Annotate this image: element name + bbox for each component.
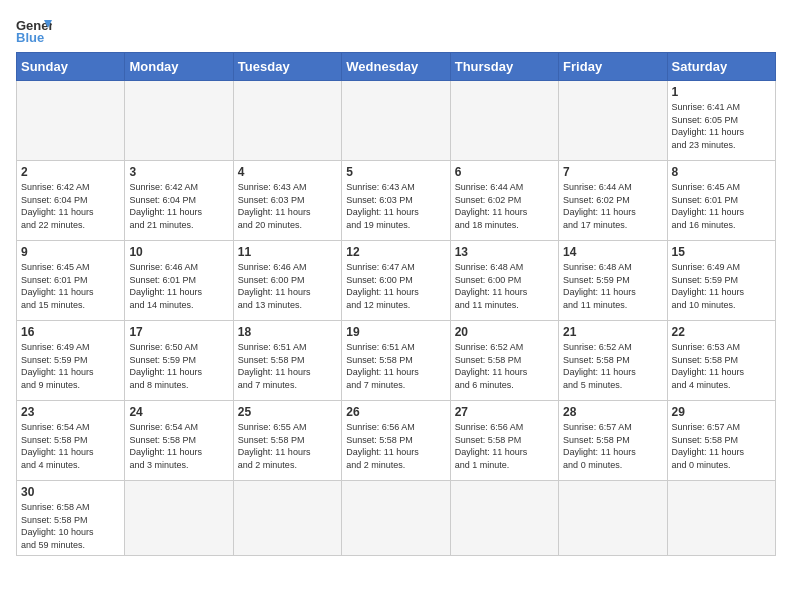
day-number: 14: [563, 245, 662, 259]
calendar-cell: [233, 481, 341, 556]
day-info: Sunrise: 6:45 AM Sunset: 6:01 PM Dayligh…: [21, 261, 120, 311]
calendar-cell: 26Sunrise: 6:56 AM Sunset: 5:58 PM Dayli…: [342, 401, 450, 481]
day-info: Sunrise: 6:43 AM Sunset: 6:03 PM Dayligh…: [346, 181, 445, 231]
calendar-cell: 24Sunrise: 6:54 AM Sunset: 5:58 PM Dayli…: [125, 401, 233, 481]
day-number: 10: [129, 245, 228, 259]
day-number: 23: [21, 405, 120, 419]
calendar-cell: 6Sunrise: 6:44 AM Sunset: 6:02 PM Daylig…: [450, 161, 558, 241]
day-number: 16: [21, 325, 120, 339]
calendar-cell: [233, 81, 341, 161]
day-info: Sunrise: 6:53 AM Sunset: 5:58 PM Dayligh…: [672, 341, 771, 391]
day-info: Sunrise: 6:43 AM Sunset: 6:03 PM Dayligh…: [238, 181, 337, 231]
calendar-cell: 11Sunrise: 6:46 AM Sunset: 6:00 PM Dayli…: [233, 241, 341, 321]
calendar-cell: [450, 481, 558, 556]
svg-text:Blue: Blue: [16, 30, 44, 44]
calendar-cell: 18Sunrise: 6:51 AM Sunset: 5:58 PM Dayli…: [233, 321, 341, 401]
col-header-saturday: Saturday: [667, 53, 775, 81]
day-info: Sunrise: 6:48 AM Sunset: 5:59 PM Dayligh…: [563, 261, 662, 311]
day-number: 13: [455, 245, 554, 259]
day-number: 1: [672, 85, 771, 99]
calendar-cell: 25Sunrise: 6:55 AM Sunset: 5:58 PM Dayli…: [233, 401, 341, 481]
calendar-cell: 4Sunrise: 6:43 AM Sunset: 6:03 PM Daylig…: [233, 161, 341, 241]
day-info: Sunrise: 6:47 AM Sunset: 6:00 PM Dayligh…: [346, 261, 445, 311]
calendar-header-row: SundayMondayTuesdayWednesdayThursdayFrid…: [17, 53, 776, 81]
day-number: 27: [455, 405, 554, 419]
calendar-cell: [17, 81, 125, 161]
calendar-cell: 21Sunrise: 6:52 AM Sunset: 5:58 PM Dayli…: [559, 321, 667, 401]
calendar-cell: [559, 481, 667, 556]
day-number: 17: [129, 325, 228, 339]
calendar-cell: [559, 81, 667, 161]
calendar-cell: 29Sunrise: 6:57 AM Sunset: 5:58 PM Dayli…: [667, 401, 775, 481]
calendar-cell: 17Sunrise: 6:50 AM Sunset: 5:59 PM Dayli…: [125, 321, 233, 401]
day-number: 6: [455, 165, 554, 179]
calendar-week-row: 16Sunrise: 6:49 AM Sunset: 5:59 PM Dayli…: [17, 321, 776, 401]
calendar-week-row: 30Sunrise: 6:58 AM Sunset: 5:58 PM Dayli…: [17, 481, 776, 556]
day-number: 25: [238, 405, 337, 419]
calendar-cell: 30Sunrise: 6:58 AM Sunset: 5:58 PM Dayli…: [17, 481, 125, 556]
day-info: Sunrise: 6:44 AM Sunset: 6:02 PM Dayligh…: [563, 181, 662, 231]
calendar-cell: 12Sunrise: 6:47 AM Sunset: 6:00 PM Dayli…: [342, 241, 450, 321]
calendar-cell: 20Sunrise: 6:52 AM Sunset: 5:58 PM Dayli…: [450, 321, 558, 401]
calendar-cell: 8Sunrise: 6:45 AM Sunset: 6:01 PM Daylig…: [667, 161, 775, 241]
day-number: 3: [129, 165, 228, 179]
page-header: General Blue: [16, 16, 776, 44]
day-number: 22: [672, 325, 771, 339]
day-info: Sunrise: 6:48 AM Sunset: 6:00 PM Dayligh…: [455, 261, 554, 311]
calendar-week-row: 2Sunrise: 6:42 AM Sunset: 6:04 PM Daylig…: [17, 161, 776, 241]
day-info: Sunrise: 6:57 AM Sunset: 5:58 PM Dayligh…: [672, 421, 771, 471]
day-number: 9: [21, 245, 120, 259]
day-number: 21: [563, 325, 662, 339]
calendar-week-row: 9Sunrise: 6:45 AM Sunset: 6:01 PM Daylig…: [17, 241, 776, 321]
day-info: Sunrise: 6:51 AM Sunset: 5:58 PM Dayligh…: [346, 341, 445, 391]
calendar-cell: 5Sunrise: 6:43 AM Sunset: 6:03 PM Daylig…: [342, 161, 450, 241]
day-info: Sunrise: 6:42 AM Sunset: 6:04 PM Dayligh…: [129, 181, 228, 231]
day-info: Sunrise: 6:54 AM Sunset: 5:58 PM Dayligh…: [129, 421, 228, 471]
day-number: 24: [129, 405, 228, 419]
calendar-cell: 10Sunrise: 6:46 AM Sunset: 6:01 PM Dayli…: [125, 241, 233, 321]
calendar-cell: 19Sunrise: 6:51 AM Sunset: 5:58 PM Dayli…: [342, 321, 450, 401]
day-info: Sunrise: 6:46 AM Sunset: 6:00 PM Dayligh…: [238, 261, 337, 311]
calendar-week-row: 1Sunrise: 6:41 AM Sunset: 6:05 PM Daylig…: [17, 81, 776, 161]
day-info: Sunrise: 6:54 AM Sunset: 5:58 PM Dayligh…: [21, 421, 120, 471]
day-info: Sunrise: 6:58 AM Sunset: 5:58 PM Dayligh…: [21, 501, 120, 551]
calendar-cell: 16Sunrise: 6:49 AM Sunset: 5:59 PM Dayli…: [17, 321, 125, 401]
calendar-cell: 27Sunrise: 6:56 AM Sunset: 5:58 PM Dayli…: [450, 401, 558, 481]
calendar-cell: [450, 81, 558, 161]
day-info: Sunrise: 6:50 AM Sunset: 5:59 PM Dayligh…: [129, 341, 228, 391]
col-header-thursday: Thursday: [450, 53, 558, 81]
calendar-cell: [342, 481, 450, 556]
day-info: Sunrise: 6:45 AM Sunset: 6:01 PM Dayligh…: [672, 181, 771, 231]
col-header-wednesday: Wednesday: [342, 53, 450, 81]
calendar-cell: [667, 481, 775, 556]
day-number: 8: [672, 165, 771, 179]
day-number: 11: [238, 245, 337, 259]
day-number: 4: [238, 165, 337, 179]
day-number: 2: [21, 165, 120, 179]
day-number: 30: [21, 485, 120, 499]
day-info: Sunrise: 6:56 AM Sunset: 5:58 PM Dayligh…: [346, 421, 445, 471]
day-number: 12: [346, 245, 445, 259]
calendar-cell: [125, 481, 233, 556]
day-number: 19: [346, 325, 445, 339]
day-info: Sunrise: 6:49 AM Sunset: 5:59 PM Dayligh…: [21, 341, 120, 391]
calendar-cell: 23Sunrise: 6:54 AM Sunset: 5:58 PM Dayli…: [17, 401, 125, 481]
day-info: Sunrise: 6:46 AM Sunset: 6:01 PM Dayligh…: [129, 261, 228, 311]
day-number: 28: [563, 405, 662, 419]
day-info: Sunrise: 6:42 AM Sunset: 6:04 PM Dayligh…: [21, 181, 120, 231]
day-number: 5: [346, 165, 445, 179]
day-info: Sunrise: 6:41 AM Sunset: 6:05 PM Dayligh…: [672, 101, 771, 151]
calendar-cell: 7Sunrise: 6:44 AM Sunset: 6:02 PM Daylig…: [559, 161, 667, 241]
calendar-cell: [342, 81, 450, 161]
day-number: 26: [346, 405, 445, 419]
day-info: Sunrise: 6:57 AM Sunset: 5:58 PM Dayligh…: [563, 421, 662, 471]
calendar-cell: 15Sunrise: 6:49 AM Sunset: 5:59 PM Dayli…: [667, 241, 775, 321]
calendar-table: SundayMondayTuesdayWednesdayThursdayFrid…: [16, 52, 776, 556]
day-number: 29: [672, 405, 771, 419]
day-number: 20: [455, 325, 554, 339]
day-info: Sunrise: 6:55 AM Sunset: 5:58 PM Dayligh…: [238, 421, 337, 471]
day-info: Sunrise: 6:56 AM Sunset: 5:58 PM Dayligh…: [455, 421, 554, 471]
calendar-cell: 13Sunrise: 6:48 AM Sunset: 6:00 PM Dayli…: [450, 241, 558, 321]
day-info: Sunrise: 6:52 AM Sunset: 5:58 PM Dayligh…: [455, 341, 554, 391]
col-header-tuesday: Tuesday: [233, 53, 341, 81]
